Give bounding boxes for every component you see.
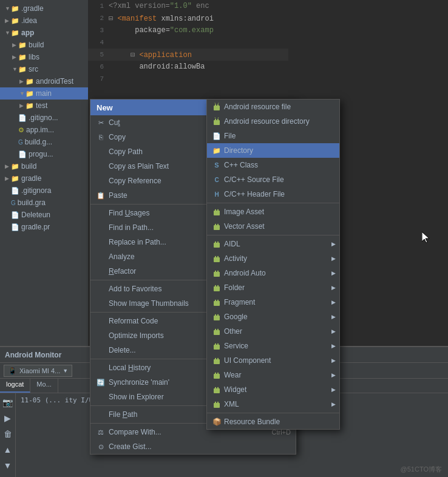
file-icon: 📄 xyxy=(11,187,19,195)
tree-item-buildgradle[interactable]: G build.g... xyxy=(0,136,88,148)
submenu-item-google[interactable]: Google xyxy=(207,310,339,324)
line-number: 6 xyxy=(90,63,109,70)
tree-label: .gitignora xyxy=(21,186,51,195)
submenu-item-imageasset[interactable]: Image Asset xyxy=(207,205,339,219)
separator xyxy=(207,235,339,235)
tree-label: main xyxy=(36,89,52,98)
tree-item-gradlepr[interactable]: 📄 gradle.pr xyxy=(0,221,88,233)
code-line-2: 2 ⊟ <manifest xmlns:androi xyxy=(88,12,288,24)
android-icon xyxy=(212,370,222,380)
android-icon xyxy=(212,254,222,263)
file-icon: 📄 xyxy=(11,223,19,231)
submenu-item-vectorasset[interactable]: Vector Asset xyxy=(207,219,339,234)
tree-item-gradle[interactable]: 📁 .gradle xyxy=(0,2,88,15)
scroll-up-button[interactable]: ▲ xyxy=(1,443,15,456)
separator xyxy=(207,413,339,413)
submenu-item-androidauto[interactable]: Android Auto xyxy=(207,266,339,280)
tree-label: app.im... xyxy=(26,126,54,134)
tree-item-buildgra[interactable]: G build.gra xyxy=(0,197,88,209)
submenu-item-aidl[interactable]: AIDL xyxy=(207,237,339,251)
svg-line-3 xyxy=(215,103,216,104)
tree-item-proguard[interactable]: 📄 progu... xyxy=(0,148,88,160)
submenu-label: UI Component xyxy=(224,356,271,365)
menu-item-creategist[interactable]: ⊙ Create Gist... xyxy=(90,439,296,454)
code-line-1: 1 <?xml version="1.0" enc xyxy=(88,0,288,12)
submenu-item-fragment[interactable]: Fragment xyxy=(207,295,339,310)
tab-label: Mo... xyxy=(36,381,51,388)
svg-rect-25 xyxy=(214,286,220,291)
svg-point-6 xyxy=(215,119,216,120)
svg-point-32 xyxy=(215,314,216,316)
device-selector[interactable]: 📱 Xiaomi MI 4... ▼ xyxy=(4,365,72,377)
submenu-item-other[interactable]: Other xyxy=(207,324,339,339)
clear-button[interactable]: 🗑 xyxy=(1,427,15,441)
submenu-item-resourcebundle[interactable]: 📦 Resource Bundle xyxy=(207,414,339,429)
mo-tab[interactable]: Mo... xyxy=(30,379,58,393)
tree-item-build[interactable]: 📁 build xyxy=(0,39,88,51)
line-content: package="com.examp xyxy=(109,26,214,35)
line-content: ⊟ <application xyxy=(109,50,192,59)
tree-item-build2[interactable]: 📁 build xyxy=(0,160,88,172)
submenu-item-wear[interactable]: Wear xyxy=(207,368,339,382)
camera-button[interactable]: 📷 xyxy=(1,396,15,409)
tree-item-src[interactable]: 📁 src xyxy=(0,63,88,75)
submenu-label: C++ Class xyxy=(224,161,258,169)
scroll-down-button[interactable]: ▼ xyxy=(1,459,15,472)
svg-point-39 xyxy=(217,343,219,345)
submenu-label: Fragment xyxy=(224,298,255,306)
code-line-4: 4 xyxy=(88,36,288,49)
arrow-icon xyxy=(19,78,25,84)
android-icon xyxy=(212,326,222,336)
folder-icon: 📁 xyxy=(18,53,27,61)
video-button[interactable]: ▶ xyxy=(1,411,15,425)
arrow-icon xyxy=(12,42,18,48)
line-content: ⊟ <manifest xmlns:androi xyxy=(109,14,214,23)
submenu-item-file[interactable]: 📄 File xyxy=(207,129,339,143)
submenu-item-cppsource[interactable]: C C/C++ Source File xyxy=(207,172,339,187)
submenu-item-directory[interactable]: 📁 Directory xyxy=(207,143,339,158)
submenu-label: Image Asset xyxy=(224,208,264,216)
submenu-item-activity[interactable]: Activity xyxy=(207,251,339,266)
code-line-5: 5 ⊟ <application xyxy=(88,49,288,61)
submenu-item-service[interactable]: Service xyxy=(207,339,339,353)
submenu-item-cppheader[interactable]: H C/C++ Header File xyxy=(207,187,339,201)
svg-point-18 xyxy=(217,242,219,243)
compare-icon: ⚖ xyxy=(95,428,106,436)
svg-rect-0 xyxy=(214,106,220,110)
svg-rect-37 xyxy=(214,345,220,350)
submenu-label: Other xyxy=(224,327,242,336)
svg-rect-43 xyxy=(214,374,220,379)
submenu-item-xml[interactable]: XML xyxy=(207,397,339,411)
logcat-tab[interactable]: logcat xyxy=(0,379,30,393)
tree-item-androidtest[interactable]: 📁 androidTest xyxy=(0,75,88,87)
tree-item-gitignore2[interactable]: 📄 .gitignora xyxy=(0,184,88,197)
svg-point-41 xyxy=(215,358,216,359)
tree-item-appiml[interactable]: ⚙ app.im... xyxy=(0,124,88,136)
folder-icon: 📁 xyxy=(11,17,19,25)
folder-icon: 📁 xyxy=(18,66,27,73)
submenu-item-androidresdir[interactable]: Android resource directory xyxy=(207,114,339,129)
tree-item-deleteun[interactable]: 📄 Deleteun xyxy=(0,209,88,221)
svg-point-11 xyxy=(215,209,216,211)
android-icon xyxy=(212,268,222,278)
submenu-item-folder[interactable]: Folder xyxy=(207,280,339,295)
tree-item-test[interactable]: 📁 test xyxy=(0,100,88,112)
tree-item-gitignore[interactable]: 📄 .gitigno... xyxy=(0,112,88,124)
line-number: 2 xyxy=(90,15,109,22)
tree-label: .gradle xyxy=(21,4,44,13)
tree-item-libs[interactable]: 📁 libs xyxy=(0,51,88,63)
tree-item-app[interactable]: 📁 app xyxy=(0,27,88,39)
tree-item-main[interactable]: 📁 main xyxy=(0,87,88,100)
submenu-label: Service xyxy=(224,342,248,350)
submenu-item-widget[interactable]: Widget xyxy=(207,382,339,397)
svg-rect-10 xyxy=(214,211,220,215)
submenu-item-uicomponent[interactable]: UI Component xyxy=(207,353,339,368)
submenu-label: C/C++ Source File xyxy=(224,175,284,184)
svg-rect-19 xyxy=(214,257,220,262)
submenu-item-cppclass[interactable]: S C++ Class xyxy=(207,158,339,172)
submenu-item-androidresfile[interactable]: Android resource file xyxy=(207,100,339,114)
tree-item-idea[interactable]: 📁 .idea xyxy=(0,15,88,27)
tree-item-gradlefolder[interactable]: 📁 gradle xyxy=(0,172,88,184)
paste-icon: 📋 xyxy=(95,192,106,200)
device-label: Xiaomi MI 4... xyxy=(19,367,60,374)
